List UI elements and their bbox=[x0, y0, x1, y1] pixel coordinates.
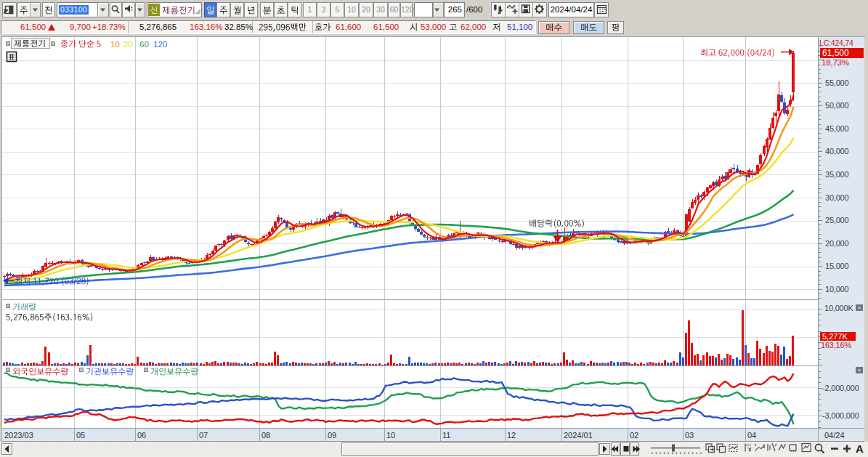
svg-text:120: 120 bbox=[153, 40, 167, 49]
svg-text:20: 20 bbox=[123, 40, 133, 49]
svg-text:60: 60 bbox=[139, 40, 149, 49]
svg-text:10: 10 bbox=[110, 40, 120, 49]
